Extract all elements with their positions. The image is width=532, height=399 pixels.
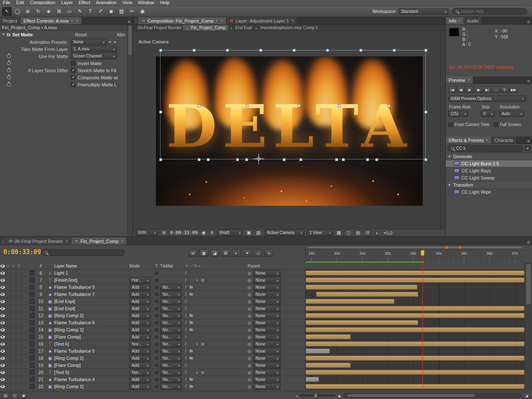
pickwhip-icon[interactable]: ◎ <box>248 335 251 339</box>
track-matte-dropdown[interactable]: No... <box>160 362 182 369</box>
layer-track[interactable] <box>305 369 524 376</box>
layer-label-color[interactable] <box>30 292 35 297</box>
menu-item[interactable]: View <box>119 0 135 5</box>
layer-track[interactable] <box>305 383 524 390</box>
effects-search-input[interactable] <box>456 146 498 151</box>
panel-menu-icon[interactable]: ≡ <box>525 139 532 144</box>
quality-switch[interactable]: / <box>185 370 186 374</box>
layer-label-color[interactable] <box>30 363 35 368</box>
close-icon[interactable]: × <box>65 239 68 243</box>
quality-switch[interactable]: / <box>185 349 186 353</box>
blend-mode-dropdown[interactable]: Add <box>129 384 151 390</box>
layer-duration-bar[interactable] <box>306 334 351 339</box>
blend-mode-dropdown[interactable]: Add <box>129 348 151 354</box>
blend-mode-dropdown[interactable]: Har... <box>129 277 151 283</box>
layer-name[interactable]: [Flare Comp] <box>54 334 125 339</box>
selection-handle[interactable] <box>259 49 262 52</box>
selection-handle[interactable] <box>293 49 296 52</box>
help-search[interactable] <box>452 8 527 15</box>
layer-name[interactable]: [Ring Comp 1] <box>54 327 125 332</box>
selection-handle[interactable] <box>424 49 427 52</box>
type-tool-icon[interactable]: T <box>85 7 95 16</box>
time-ruler[interactable]: 29s30s31s32s33s34s35s36s37s <box>306 250 524 263</box>
pen-tool-icon[interactable]: ✎ <box>75 7 85 16</box>
layer-label-color[interactable] <box>30 334 35 339</box>
visibility-eye-icon[interactable] <box>0 357 5 360</box>
blend-mode-dropdown[interactable]: Add <box>129 362 151 369</box>
menu-item[interactable]: Effect <box>75 0 93 5</box>
fx-switch[interactable]: fx <box>190 285 193 289</box>
mini-flowchart-icon[interactable]: ⇄ <box>188 249 198 257</box>
blend-mode-dropdown[interactable]: Nor... <box>129 341 151 347</box>
visibility-eye-icon[interactable] <box>0 321 5 324</box>
quality-switch[interactable]: / <box>185 342 186 346</box>
shape-tool-icon[interactable]: ▭ <box>65 7 74 16</box>
tab-project[interactable]: Project <box>0 17 20 24</box>
scrollbar[interactable] <box>127 25 133 236</box>
preserve-transparency-toggle[interactable] <box>155 328 158 331</box>
layer-name[interactable]: [FinishText] <box>54 278 125 283</box>
composition-canvas[interactable]: DELTA <box>156 56 423 206</box>
pickwhip-icon[interactable]: ◎ <box>248 285 251 290</box>
quality-switch[interactable]: / <box>185 335 186 339</box>
menu-item[interactable]: Animation <box>93 0 119 5</box>
layer-duration-bar[interactable] <box>306 356 524 361</box>
tab-composition[interactable]: Composition: Fin_Project_Comp▼× <box>138 17 226 24</box>
frame-blend-icon[interactable]: ⊞ <box>221 249 230 257</box>
layer-row[interactable]: 14 ▣ [Ring Comp 1] Add No... / fx ◐◎ ◎ <box>0 326 532 333</box>
layer-name[interactable]: [Text 6] <box>54 341 125 346</box>
quality-switch[interactable]: / <box>185 363 186 367</box>
composite-matte-checkbox[interactable] <box>71 75 75 80</box>
selection-handle[interactable] <box>159 49 162 52</box>
play-button[interactable]: ▶ <box>466 86 474 93</box>
layer-row[interactable]: 16 T [Text 6] Nor... No... / fx ◐◎ ◎ <box>0 341 532 348</box>
close-icon[interactable]: × <box>221 18 223 23</box>
track-matte-dropdown[interactable]: No... <box>160 348 182 354</box>
view-layout-dropdown[interactable]: 1 View <box>307 230 333 236</box>
layer-track[interactable] <box>305 270 524 277</box>
magnification-dropdown[interactable]: 50% <box>136 230 158 236</box>
preserve-transparency-toggle[interactable] <box>155 371 158 374</box>
footer-timecode[interactable]: 0:00:33:09 <box>170 230 198 235</box>
layer-track[interactable] <box>305 277 524 284</box>
toggle-switches-icon[interactable]: ▤ <box>2 393 9 399</box>
pixel-aspect-icon[interactable]: ◫ <box>345 230 352 236</box>
effect-group-generate[interactable]: ▼ Generate <box>446 153 532 160</box>
visibility-eye-icon[interactable] <box>0 286 5 289</box>
quality-switch[interactable]: / <box>185 278 186 282</box>
loop-button[interactable]: ↻ <box>501 86 509 93</box>
animation-presets-dropdown[interactable]: None <box>71 39 107 45</box>
effect-header[interactable]: ▼ fx Set Matte Reset Abo <box>0 31 133 38</box>
layer-label-color[interactable] <box>30 327 35 332</box>
selection-handle[interactable] <box>226 49 229 52</box>
threed-switch[interactable]: ◎ <box>201 278 204 282</box>
layer-row[interactable]: 8 ■ Flame Turbulance 9 Add No... / fx ◐◎… <box>0 284 532 291</box>
draft-3d-icon[interactable]: ▦ <box>199 249 208 257</box>
layer-name[interactable]: Flame Turbulance 4 <box>54 377 125 382</box>
parent-dropdown[interactable]: None <box>253 362 281 369</box>
clone-stamp-tool-icon[interactable]: ◙ <box>106 7 116 16</box>
pickwhip-icon[interactable]: ◎ <box>248 299 251 304</box>
layer-duration-bar[interactable] <box>306 278 524 283</box>
tab-effect-controls[interactable]: Effect Controls: A.mov▼× <box>20 17 81 24</box>
blend-mode-dropdown[interactable]: Add <box>129 334 151 340</box>
preserve-transparency-toggle[interactable] <box>155 272 158 275</box>
pickwhip-icon[interactable]: ◎ <box>248 271 251 275</box>
fx-switch[interactable]: fx <box>190 377 193 381</box>
layer-row[interactable]: 6 ☼ Light 1 / fx ◐◎ ◎ None <box>0 270 532 277</box>
timeline-scrollbar-vertical[interactable] <box>524 263 532 390</box>
track-matte-dropdown[interactable]: No... <box>160 320 182 326</box>
twirl-icon[interactable]: ▼ <box>448 155 451 159</box>
menu-item[interactable]: Help <box>157 0 173 5</box>
selection-handle[interactable] <box>393 49 396 52</box>
layer-duration-bar[interactable] <box>306 384 524 389</box>
threed-switch[interactable]: ◎ <box>201 342 204 346</box>
graph-editor-icon[interactable]: ∿ <box>264 249 274 257</box>
camera-view-dropdown[interactable]: Active Camera <box>264 230 304 236</box>
zoom-in-icon[interactable]: ▲ <box>337 393 342 398</box>
layer-track[interactable] <box>305 305 524 312</box>
layer-duration-bar[interactable] <box>306 270 524 275</box>
pickwhip-icon[interactable]: ◎ <box>248 306 251 311</box>
motion-blur-switch[interactable]: ◐ <box>196 278 198 282</box>
help-search-input[interactable] <box>461 9 515 14</box>
